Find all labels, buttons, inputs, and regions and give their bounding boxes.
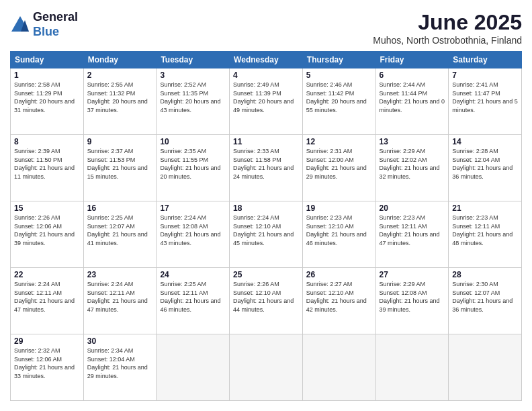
calendar-cell <box>375 334 449 401</box>
day-number: 7 <box>452 71 518 80</box>
day-number: 9 <box>87 137 153 146</box>
calendar-cell: 19Sunrise: 2:23 AMSunset: 12:10 AMDaylig… <box>302 201 375 268</box>
day-info: Sunrise: 2:25 AMSunset: 12:11 AMDaylight… <box>160 280 226 314</box>
day-number: 4 <box>233 71 299 80</box>
calendar-cell: 3Sunrise: 2:52 AMSunset: 11:35 PMDayligh… <box>157 68 230 135</box>
day-info: Sunrise: 2:55 AMSunset: 11:32 PMDaylight… <box>87 81 153 114</box>
day-number: 3 <box>160 71 226 80</box>
day-info: Sunrise: 2:44 AMSunset: 11:44 PMDaylight… <box>380 81 445 114</box>
day-info: Sunrise: 2:23 AMSunset: 12:11 AMDaylight… <box>452 214 518 247</box>
calendar-cell: 24Sunrise: 2:25 AMSunset: 12:11 AMDaylig… <box>157 268 230 334</box>
logo-text: General Blue <box>33 10 78 39</box>
calendar-cell: 23Sunrise: 2:24 AMSunset: 12:11 AMDaylig… <box>83 268 157 334</box>
day-info: Sunrise: 2:29 AMSunset: 12:02 AMDaylight… <box>380 147 445 181</box>
day-info: Sunrise: 2:23 AMSunset: 12:10 AMDaylight… <box>306 214 372 247</box>
day-info: Sunrise: 2:30 AMSunset: 12:07 AMDaylight… <box>452 280 518 314</box>
calendar-cell: 14Sunrise: 2:28 AMSunset: 12:04 AMDaylig… <box>449 135 522 201</box>
weekday-header-wednesday: Wednesday <box>230 52 303 68</box>
weekday-header-sunday: Sunday <box>11 52 84 68</box>
day-number: 13 <box>380 137 445 146</box>
logo: General Blue <box>10 10 78 39</box>
calendar-cell <box>449 334 522 401</box>
day-info: Sunrise: 2:46 AMSunset: 11:42 PMDaylight… <box>306 81 372 114</box>
calendar-cell <box>157 334 230 401</box>
day-number: 30 <box>87 336 153 346</box>
location: Muhos, North Ostrobothnia, Finland <box>373 35 522 46</box>
day-info: Sunrise: 2:34 AMSunset: 12:04 AMDaylight… <box>87 347 153 380</box>
logo-icon <box>10 15 30 35</box>
day-info: Sunrise: 2:29 AMSunset: 12:08 AMDaylight… <box>380 280 445 314</box>
calendar-cell: 30Sunrise: 2:34 AMSunset: 12:04 AMDaylig… <box>83 334 157 401</box>
day-info: Sunrise: 2:35 AMSunset: 11:55 PMDaylight… <box>160 147 226 181</box>
weekday-header-friday: Friday <box>375 52 449 68</box>
weekday-header-tuesday: Tuesday <box>157 52 230 68</box>
calendar-cell: 2Sunrise: 2:55 AMSunset: 11:32 PMDayligh… <box>83 68 157 135</box>
logo-general: General <box>33 10 78 25</box>
day-info: Sunrise: 2:24 AMSunset: 12:11 AMDaylight… <box>87 280 153 314</box>
day-info: Sunrise: 2:25 AMSunset: 12:07 AMDaylight… <box>87 214 153 247</box>
day-info: Sunrise: 2:24 AMSunset: 12:08 AMDaylight… <box>160 214 226 247</box>
calendar-cell: 4Sunrise: 2:49 AMSunset: 11:39 PMDayligh… <box>230 68 303 135</box>
day-number: 14 <box>452 137 518 146</box>
calendar-cell: 29Sunrise: 2:32 AMSunset: 12:06 AMDaylig… <box>11 334 84 401</box>
calendar-cell: 20Sunrise: 2:23 AMSunset: 12:11 AMDaylig… <box>375 201 449 268</box>
calendar-cell: 5Sunrise: 2:46 AMSunset: 11:42 PMDayligh… <box>302 68 375 135</box>
week-row-5: 29Sunrise: 2:32 AMSunset: 12:06 AMDaylig… <box>11 334 522 401</box>
calendar-cell: 28Sunrise: 2:30 AMSunset: 12:07 AMDaylig… <box>449 268 522 334</box>
calendar-cell <box>302 334 375 401</box>
calendar-cell: 9Sunrise: 2:37 AMSunset: 11:53 PMDayligh… <box>83 135 157 201</box>
day-number: 21 <box>452 203 518 213</box>
week-row-3: 15Sunrise: 2:26 AMSunset: 12:06 AMDaylig… <box>11 201 522 268</box>
day-info: Sunrise: 2:49 AMSunset: 11:39 PMDaylight… <box>233 81 299 114</box>
calendar-cell: 26Sunrise: 2:27 AMSunset: 12:10 AMDaylig… <box>302 268 375 334</box>
day-number: 8 <box>14 137 80 146</box>
day-number: 5 <box>306 71 372 80</box>
calendar-cell: 8Sunrise: 2:39 AMSunset: 11:50 PMDayligh… <box>11 135 84 201</box>
week-row-2: 8Sunrise: 2:39 AMSunset: 11:50 PMDayligh… <box>11 135 522 201</box>
day-info: Sunrise: 2:41 AMSunset: 11:47 PMDaylight… <box>452 81 518 114</box>
page: General Blue June 2025 Muhos, North Ostr… <box>0 0 532 411</box>
weekday-header-thursday: Thursday <box>302 52 375 68</box>
day-info: Sunrise: 2:33 AMSunset: 11:58 PMDaylight… <box>233 147 299 181</box>
calendar-cell: 22Sunrise: 2:24 AMSunset: 12:11 AMDaylig… <box>11 268 84 334</box>
calendar-cell: 1Sunrise: 2:58 AMSunset: 11:29 PMDayligh… <box>11 68 84 135</box>
calendar-cell: 12Sunrise: 2:31 AMSunset: 12:00 AMDaylig… <box>302 135 375 201</box>
calendar-cell: 17Sunrise: 2:24 AMSunset: 12:08 AMDaylig… <box>157 201 230 268</box>
day-number: 15 <box>14 203 80 213</box>
calendar-cell: 21Sunrise: 2:23 AMSunset: 12:11 AMDaylig… <box>449 201 522 268</box>
day-number: 16 <box>87 203 153 213</box>
header: General Blue June 2025 Muhos, North Ostr… <box>10 10 522 46</box>
calendar-cell: 15Sunrise: 2:26 AMSunset: 12:06 AMDaylig… <box>11 201 84 268</box>
week-row-1: 1Sunrise: 2:58 AMSunset: 11:29 PMDayligh… <box>11 68 522 135</box>
month-title: June 2025 <box>373 10 522 35</box>
day-number: 19 <box>306 203 372 213</box>
calendar-table: SundayMondayTuesdayWednesdayThursdayFrid… <box>10 51 522 401</box>
day-number: 2 <box>87 71 153 80</box>
weekday-header-monday: Monday <box>83 52 157 68</box>
calendar-cell: 16Sunrise: 2:25 AMSunset: 12:07 AMDaylig… <box>83 201 157 268</box>
day-info: Sunrise: 2:23 AMSunset: 12:11 AMDaylight… <box>380 214 445 247</box>
day-number: 12 <box>306 137 372 146</box>
day-number: 11 <box>233 137 299 146</box>
day-info: Sunrise: 2:37 AMSunset: 11:53 PMDaylight… <box>87 147 153 181</box>
calendar-cell: 11Sunrise: 2:33 AMSunset: 11:58 PMDaylig… <box>230 135 303 201</box>
day-number: 23 <box>87 270 153 279</box>
weekday-header-saturday: Saturday <box>449 52 522 68</box>
day-number: 20 <box>380 203 445 213</box>
logo-blue: Blue <box>33 25 78 40</box>
day-info: Sunrise: 2:58 AMSunset: 11:29 PMDaylight… <box>14 81 80 114</box>
day-number: 27 <box>380 270 445 279</box>
day-info: Sunrise: 2:26 AMSunset: 12:06 AMDaylight… <box>14 214 80 247</box>
calendar-cell: 10Sunrise: 2:35 AMSunset: 11:55 PMDaylig… <box>157 135 230 201</box>
day-number: 22 <box>14 270 80 279</box>
calendar-cell <box>230 334 303 401</box>
day-number: 28 <box>452 270 518 279</box>
day-info: Sunrise: 2:32 AMSunset: 12:06 AMDaylight… <box>14 347 80 380</box>
day-number: 1 <box>14 71 80 80</box>
day-info: Sunrise: 2:24 AMSunset: 12:10 AMDaylight… <box>233 214 299 247</box>
calendar-cell: 13Sunrise: 2:29 AMSunset: 12:02 AMDaylig… <box>375 135 449 201</box>
calendar-cell: 7Sunrise: 2:41 AMSunset: 11:47 PMDayligh… <box>449 68 522 135</box>
week-row-4: 22Sunrise: 2:24 AMSunset: 12:11 AMDaylig… <box>11 268 522 334</box>
day-number: 26 <box>306 270 372 279</box>
day-info: Sunrise: 2:52 AMSunset: 11:35 PMDaylight… <box>160 81 226 114</box>
